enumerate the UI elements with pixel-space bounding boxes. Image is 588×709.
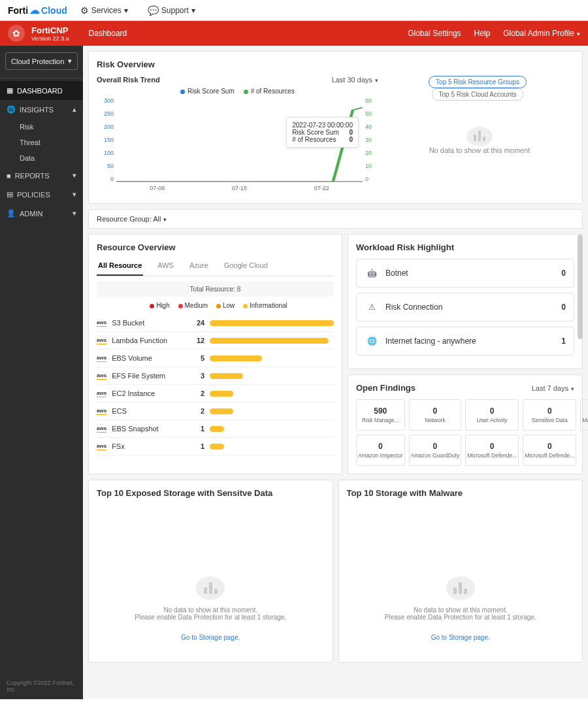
support-label: Support bbox=[161, 6, 189, 15]
finding-card[interactable]: 0Malware bbox=[580, 399, 588, 431]
resource-count: 2 bbox=[189, 407, 204, 415]
nav-insights-risk[interactable]: Risk bbox=[0, 119, 83, 135]
chart-tooltip: 2022-07-23 00:00:00 Risk Score Sum0 # of… bbox=[286, 117, 359, 148]
resource-bar bbox=[210, 320, 334, 326]
workload-name: Botnet bbox=[385, 269, 408, 278]
pill-top5-accounts[interactable]: Top 5 Risk Cloud Accounts bbox=[432, 88, 524, 101]
nav-policies[interactable]: ▤POLICIES▾ bbox=[0, 185, 83, 204]
finding-card[interactable]: 0Network bbox=[409, 399, 462, 431]
finding-count: 0 bbox=[525, 442, 574, 451]
cloud-icon: ☁ bbox=[29, 4, 40, 16]
risk-overview-panel: Risk Overview Overall Risk Trend Last 30… bbox=[88, 51, 583, 204]
app-name: FortiCNP bbox=[31, 25, 69, 35]
global-settings-link[interactable]: Global Settings bbox=[408, 29, 461, 38]
chevron-down-icon: ▾ bbox=[73, 209, 76, 218]
resource-count: 3 bbox=[189, 372, 204, 380]
resource-bar bbox=[210, 373, 243, 379]
finding-label: Microsoft Defende... bbox=[525, 452, 574, 459]
workload-item[interactable]: ⚠Risk Connection0 bbox=[356, 293, 574, 322]
sev-low: Low bbox=[223, 302, 235, 309]
tab-all[interactable]: All Resource bbox=[97, 259, 143, 276]
resource-rows: awsS3 Bucket24awsLambda Function12awsEBS… bbox=[97, 314, 334, 455]
finding-label: Network bbox=[411, 417, 460, 423]
nav-insights-threat[interactable]: Threat bbox=[0, 135, 83, 150]
finding-card[interactable]: 0Microsoft Defende... bbox=[523, 435, 576, 466]
tt-score-val: 0 bbox=[349, 129, 353, 136]
cloud-protection-dropdown[interactable]: Cloud Protection▾ bbox=[5, 52, 78, 70]
workload-panel: Workload Risk Highlight 🤖Botnet0⚠Risk Co… bbox=[348, 234, 583, 369]
resource-row[interactable]: awsEC2 Instance2 bbox=[97, 385, 334, 403]
finding-card[interactable]: 0Amazon GuardDuty bbox=[409, 435, 462, 466]
sev-high: High bbox=[156, 302, 170, 309]
workload-item[interactable]: 🤖Botnet0 bbox=[356, 259, 574, 288]
x-axis: 07-0807-1507-22 bbox=[116, 185, 363, 195]
resource-bar bbox=[210, 426, 224, 432]
finding-count: 0 bbox=[525, 406, 574, 416]
legend-resources: # of Resources bbox=[251, 88, 295, 95]
workload-item[interactable]: 🌐Internet facing - anywhere1 bbox=[356, 327, 574, 355]
goto-storage-link[interactable]: Go to Storage page. bbox=[347, 634, 575, 641]
nav-label: DASHBOARD bbox=[17, 87, 63, 95]
resource-name: Lambda Function bbox=[112, 337, 184, 344]
nav-admin[interactable]: 👤ADMIN▾ bbox=[0, 204, 83, 223]
nav-insights-data[interactable]: Data bbox=[0, 150, 83, 166]
tab-azure[interactable]: Azure bbox=[188, 259, 210, 276]
resource-row[interactable]: awsFSx1 bbox=[97, 438, 334, 455]
finding-card[interactable]: 590Risk Manage... bbox=[356, 399, 405, 431]
resource-row[interactable]: awsEFS File System3 bbox=[97, 367, 334, 385]
support-menu[interactable]: 💬Support▾ bbox=[148, 5, 195, 16]
resource-row[interactable]: awsECS2 bbox=[97, 403, 334, 420]
resource-count: 1 bbox=[189, 442, 204, 450]
resource-tabs: All Resource AWS Azure Google Cloud bbox=[97, 259, 334, 276]
tab-gcp[interactable]: Google Cloud bbox=[223, 259, 269, 276]
help-link[interactable]: Help bbox=[474, 29, 491, 38]
finding-label: Amazon GuardDuty bbox=[411, 452, 460, 459]
sev-medium: Medium bbox=[185, 302, 208, 309]
logo: Forti☁Cloud bbox=[8, 4, 67, 16]
finding-card[interactable]: 0Sensitive Data bbox=[523, 399, 576, 431]
content: Risk Overview Overall Risk Trend Last 30… bbox=[83, 46, 588, 699]
y-axis-right: 6050403020100 bbox=[365, 97, 378, 182]
top10-exposed-panel: Top 10 Exposed Storage with Sensitve Dat… bbox=[88, 480, 333, 663]
services-menu[interactable]: ⚙Services▾ bbox=[80, 5, 128, 16]
goto-storage-link[interactable]: Go to Storage page. bbox=[97, 634, 325, 641]
nav-dashboard[interactable]: ▦DASHBOARD bbox=[0, 81, 83, 100]
resource-row[interactable]: awsEBS Volume5 bbox=[97, 350, 334, 367]
top5-nodata: No data to show at this moment bbox=[385, 101, 574, 154]
nodata-text: No data to show at this moment bbox=[385, 146, 574, 154]
breadcrumb[interactable]: Dashboard bbox=[89, 29, 127, 38]
chevron-down-icon: ▾ bbox=[68, 57, 72, 65]
resource-group-filter[interactable]: Resource Group: All bbox=[88, 209, 583, 229]
resource-row[interactable]: awsS3 Bucket24 bbox=[97, 314, 334, 332]
finding-card[interactable]: 0Amazon Inspector bbox=[356, 435, 405, 466]
tab-aws[interactable]: AWS bbox=[156, 259, 175, 276]
top10-malware-title: Top 10 Storage with Malware bbox=[347, 488, 575, 498]
services-label: Services bbox=[91, 6, 122, 15]
aws-icon: aws bbox=[97, 408, 106, 415]
finding-card[interactable]: 0User Activity bbox=[465, 399, 519, 431]
finding-card[interactable]: 0Microsoft Defende... bbox=[465, 435, 519, 466]
resource-row[interactable]: awsLambda Function12 bbox=[97, 332, 334, 350]
aws-icon: aws bbox=[97, 443, 106, 450]
workload-title: Workload Risk Highlight bbox=[356, 242, 574, 252]
tt-res-val: 0 bbox=[349, 136, 353, 143]
policies-icon: ▤ bbox=[7, 190, 13, 199]
scrollbar[interactable] bbox=[578, 235, 583, 339]
nav-insights[interactable]: 🌐INSIGHTS▴ bbox=[0, 100, 83, 119]
profile-menu[interactable]: Global Admin Profile bbox=[503, 29, 580, 38]
nav-reports[interactable]: ■REPORTS▾ bbox=[0, 166, 83, 185]
chevron-down-icon: ▾ bbox=[191, 6, 195, 15]
resource-name: EBS Volume bbox=[112, 354, 184, 362]
resource-count: 1 bbox=[189, 425, 204, 433]
nav-label: POLICIES bbox=[17, 191, 50, 199]
resource-row[interactable]: awsEBS Snapshot1 bbox=[97, 420, 334, 438]
trend-range-dropdown[interactable]: Last 30 days bbox=[332, 76, 378, 84]
workload-icon: 🌐 bbox=[365, 334, 379, 348]
pill-top5-groups[interactable]: Top 5 Risk Resource Groups bbox=[429, 76, 527, 88]
total-resource: Total Resource: 8 bbox=[97, 282, 334, 297]
open-findings-range[interactable]: Last 7 days bbox=[532, 384, 574, 392]
topbar: Forti☁Cloud ⚙Services▾ 💬Support▾ bbox=[0, 0, 588, 21]
logo-prefix: Forti bbox=[8, 5, 28, 16]
aws-icon: aws bbox=[97, 425, 106, 433]
finding-count: 0 bbox=[358, 442, 403, 451]
